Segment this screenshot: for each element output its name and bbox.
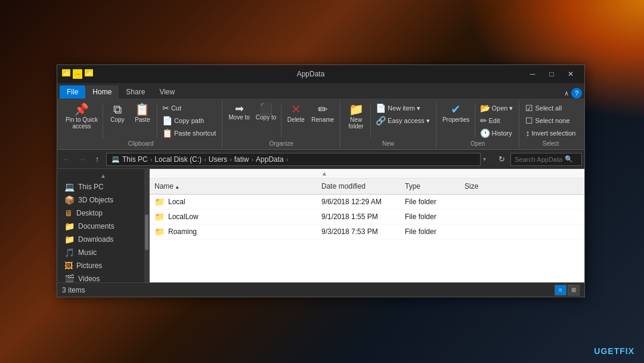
invert-icon: ↕ (525, 128, 530, 138)
sidebar-item-this-pc[interactable]: 💻 This PC (57, 180, 149, 193)
forward-button[interactable]: → (75, 153, 88, 166)
copy-to-button[interactable]: ⬛ Copy to (253, 102, 278, 122)
new-item-button[interactable]: 📄 New item ▾ (373, 102, 432, 114)
history-label: History (492, 130, 512, 137)
music-icon: 🎵 (64, 248, 75, 257)
path-fatiw[interactable]: fatiw (233, 155, 250, 164)
file-row-roaming[interactable]: 📁 Roaming 9/3/2018 7:53 PM File folder (150, 224, 584, 239)
back-button[interactable]: ← (60, 153, 73, 166)
collapse-arrow[interactable]: ∧ (564, 90, 569, 97)
localow-name: LocalLow (168, 213, 199, 221)
file-cell-roaming-type: File folder (400, 227, 460, 236)
sidebar-scrollbar[interactable] (144, 169, 149, 282)
edit-button[interactable]: ✏ Edit (478, 115, 516, 127)
path-users[interactable]: Users (208, 155, 228, 164)
sidebar-scroll-thumb[interactable] (145, 214, 148, 250)
col-header-size[interactable]: Size (460, 181, 507, 192)
new-folder-label: Newfolder (349, 116, 364, 130)
search-input[interactable] (515, 156, 562, 163)
scissors-icon: ✂ (162, 103, 169, 113)
sidebar-item-videos[interactable]: 🎬 Videos (57, 272, 149, 282)
path-appdata[interactable]: AppData (255, 155, 285, 164)
new-folder-button[interactable]: 📁 Newfolder (344, 102, 368, 131)
rename-button[interactable]: ✏ Rename (309, 102, 336, 124)
cut-button[interactable]: ✂ Cut (160, 102, 218, 114)
status-item-count: 3 items (62, 286, 555, 294)
ribbon-group-organize: ➡ Move to ⬛ Copy to ✕ Delete ✏ Rename Or… (222, 101, 340, 148)
path-this-pc[interactable]: This PC (121, 155, 149, 164)
pin-to-quick-access-button[interactable]: 📌 Pin to Quickaccess (63, 102, 100, 131)
title-folder-icon-1: 📁 (62, 69, 70, 76)
sidebar-item-music[interactable]: 🎵 Music (57, 246, 149, 259)
maximize-button[interactable]: □ (543, 68, 561, 80)
tab-file[interactable]: File (60, 85, 85, 99)
main-content: ▲ 💻 This PC 📦 3D Objects 🖥 Desktop 📁 Doc… (57, 169, 584, 282)
sidebar-item-pictures[interactable]: 🖼 Pictures (57, 259, 149, 272)
col-header-date[interactable]: Date modified (317, 181, 400, 192)
file-cell-local-name: 📁 Local (150, 197, 317, 207)
title-bar: 📁 ─ 📁 AppData ─ □ ✕ (57, 65, 584, 83)
file-row-localow[interactable]: 📁 LocalLow 9/1/2018 1:55 PM File folder (150, 210, 584, 224)
copy-path-button[interactable]: 📄 Copy path (160, 115, 218, 127)
copy-to-icon: ⬛ (259, 103, 273, 114)
address-bar: ← → ↑ 💻 This PC › Local Disk (C:) › User… (57, 150, 584, 169)
sidebar-item-downloads[interactable]: 📁 Downloads (57, 233, 149, 246)
path-local-disk[interactable]: Local Disk (C:) (153, 155, 203, 164)
open-btn[interactable]: 📂 Open ▾ (478, 102, 516, 114)
path-computer-icon: 💻 (112, 155, 120, 163)
view-details-button[interactable]: ≡ (555, 285, 566, 296)
path-sep-4: › (251, 156, 253, 163)
move-to-button[interactable]: ➡ Move to (226, 102, 252, 122)
col-header-type[interactable]: Type (400, 181, 460, 192)
copy-button[interactable]: ⧉ Copy (106, 102, 129, 124)
ribbon-group-clipboard: 📌 Pin to Quickaccess ⧉ Copy 📋 Paste (60, 101, 222, 148)
history-button[interactable]: 🕐 History (478, 127, 516, 139)
address-dropdown[interactable]: ▾ (483, 156, 493, 162)
sidebar-item-3d-objects[interactable]: 📦 3D Objects (57, 193, 149, 207)
new-item-label: New item ▾ (388, 104, 420, 112)
invert-selection-button[interactable]: ↕ Invert selection (523, 127, 578, 139)
3d-objects-icon: 📦 (64, 195, 75, 205)
select-all-button[interactable]: ☑ Select all (523, 102, 578, 114)
ribbon-group-open: ✔ Properties 📂 Open ▾ ✏ Edit 🕐 His (436, 101, 520, 148)
title-dash: ─ (73, 69, 82, 79)
sidebar-item-documents[interactable]: 📁 Documents (57, 220, 149, 233)
col-header-name[interactable]: Name (150, 181, 317, 192)
address-path[interactable]: 💻 This PC › Local Disk (C:) › Users › fa… (106, 153, 481, 166)
ribbon-collapse: ∧ ? (564, 88, 582, 99)
refresh-button[interactable]: ↻ (495, 153, 508, 166)
paste-shortcut-button[interactable]: 📋 Paste shortcut (160, 127, 218, 139)
select-none-button[interactable]: ☐ Select none (523, 115, 578, 127)
new-label: New (382, 140, 394, 147)
delete-button[interactable]: ✕ Delete (284, 102, 308, 124)
localow-folder-icon: 📁 (154, 212, 165, 222)
minimize-button[interactable]: ─ (524, 68, 541, 80)
tab-view[interactable]: View (152, 85, 182, 99)
search-box[interactable]: 🔍 (510, 153, 582, 166)
properties-button[interactable]: ✔ Properties (440, 102, 472, 124)
move-label: Move to (228, 114, 250, 121)
tab-home[interactable]: Home (85, 85, 119, 99)
local-folder-icon: 📁 (154, 197, 165, 207)
file-cell-localow-type: File folder (400, 213, 460, 221)
organize-label: Organize (269, 140, 293, 147)
sidebar-item-videos-label: Videos (78, 275, 100, 282)
tab-share[interactable]: Share (119, 85, 152, 99)
select-all-label: Select all (535, 104, 562, 112)
select-btns: ☑ Select all ☐ Select none ↕ Invert sele… (523, 102, 578, 139)
help-button[interactable]: ? (571, 88, 582, 99)
watermark: UGETFIX (594, 346, 634, 356)
up-button[interactable]: ↑ (91, 153, 104, 166)
select-content: ☑ Select all ☐ Select none ↕ Invert sele… (523, 102, 578, 139)
sidebar-item-desktop[interactable]: 🖥 Desktop (57, 207, 149, 220)
open-content: ✔ Properties 📂 Open ▾ ✏ Edit 🕐 His (440, 102, 516, 139)
file-row-local[interactable]: 📁 Local 9/6/2018 12:29 AM File folder (150, 195, 584, 210)
edit-icon: ✏ (480, 116, 487, 125)
paste-button[interactable]: 📋 Paste (131, 102, 154, 124)
copy-to-label: Copy to (256, 114, 276, 121)
open-label: Open ▾ (492, 104, 513, 112)
view-tiles-button[interactable]: ⊞ (568, 285, 580, 296)
sort-indicator-row: ▲ (150, 169, 584, 179)
close-button[interactable]: ✕ (562, 68, 580, 80)
easy-access-button[interactable]: 🔗 Easy access ▾ (373, 115, 432, 127)
